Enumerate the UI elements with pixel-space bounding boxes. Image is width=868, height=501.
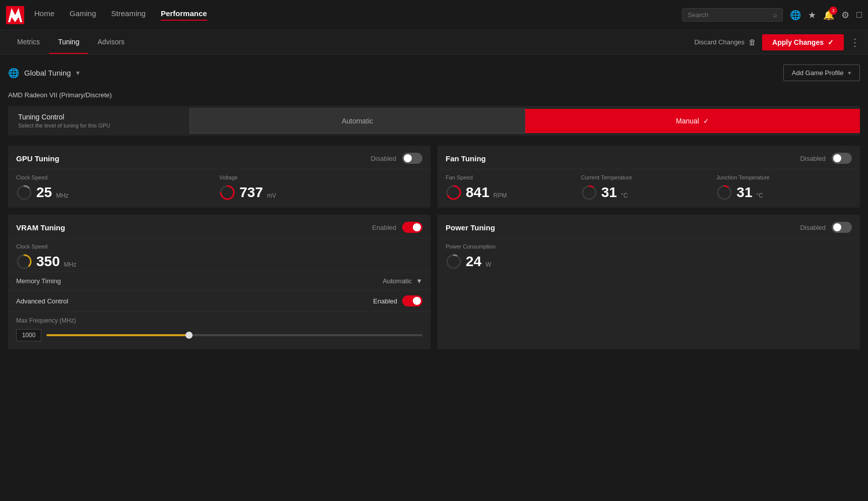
discard-label: Discard Changes: [694, 38, 745, 46]
tuning-control-row: Tuning Control Select the level of tunin…: [8, 106, 860, 136]
voltage-stat: Voltage 737 mV: [219, 174, 422, 201]
advanced-enabled-label: Enabled: [373, 297, 397, 305]
fan-tuning-title: Fan Tuning: [446, 154, 486, 163]
favorites-icon[interactable]: ★: [808, 10, 816, 21]
junction-temp-value-row: 31 °C: [716, 184, 852, 201]
current-temp-value: 31: [601, 185, 617, 200]
power-tuning-title: Power Tuning: [446, 223, 495, 232]
clock-speed-label: Clock Speed: [16, 174, 219, 180]
gpu-tuning-toggle[interactable]: [402, 153, 422, 164]
slider-container: 1000: [16, 329, 422, 341]
advanced-control-row: Advanced Control Enabled: [8, 290, 430, 311]
vram-tuning-toggle[interactable]: [402, 222, 422, 233]
vram-clock-speed-value-row: 350 MHz: [16, 254, 422, 270]
gpu-disabled-label: Disabled: [370, 155, 396, 162]
tuning-control-subtitle: Select the level of tuning for this GPU: [18, 122, 179, 129]
globe-tuning-icon: 🌐: [8, 68, 19, 79]
current-temp-value-row: 31 °C: [581, 184, 717, 201]
svg-marker-0: [8, 8, 22, 22]
global-tuning-select[interactable]: Global Tuning ▼: [24, 69, 81, 77]
discard-changes-button[interactable]: Discard Changes 🗑: [694, 38, 756, 46]
nav-performance[interactable]: Performance: [161, 9, 207, 21]
tuning-manual-button[interactable]: Manual ✓: [525, 109, 860, 133]
vram-clock-speed-label: Clock Speed: [16, 243, 422, 249]
trash-icon: 🗑: [749, 38, 756, 46]
voltage-unit: mV: [267, 192, 276, 199]
tuning-control-title: Tuning Control: [18, 113, 179, 121]
svg-point-13: [447, 255, 460, 268]
manual-label: Manual: [676, 117, 699, 125]
main-content: 🌐 Global Tuning ▼ Add Game Profile + AMD…: [0, 54, 868, 359]
power-disabled-label: Disabled: [800, 224, 826, 231]
slider-value-box: 1000: [16, 329, 41, 341]
power-tuning-card: Power Tuning Disabled Power Consumption …: [438, 215, 860, 349]
nav-gaming[interactable]: Gaming: [70, 9, 96, 21]
advanced-control-toggle[interactable]: [402, 295, 422, 306]
fan-tuning-toggle[interactable]: [832, 153, 852, 164]
apply-label: Apply Changes: [772, 38, 824, 46]
tab-metrics[interactable]: Metrics: [8, 31, 49, 54]
settings-icon[interactable]: ⚙: [841, 10, 849, 21]
account-icon[interactable]: □: [856, 10, 862, 20]
globe-nav-icon[interactable]: 🌐: [790, 10, 801, 21]
gpu-tuning-header: GPU Tuning Disabled: [8, 146, 430, 169]
apply-changes-button[interactable]: Apply Changes ✓: [762, 34, 844, 50]
memory-timing-select[interactable]: Automatic ▼: [383, 277, 422, 285]
power-stats: Power Consumption 24 W: [438, 238, 860, 277]
nav-links: Home Gaming Streaming Performance: [34, 9, 682, 21]
fan-speed-value: 841: [466, 185, 489, 200]
slider-track[interactable]: [46, 334, 422, 336]
secondary-tabs: Metrics Tuning Advisors: [8, 31, 134, 54]
check-icon: ✓: [828, 38, 834, 46]
power-tuning-header-right: Disabled: [800, 222, 852, 233]
clock-speed-gauge: [16, 184, 32, 201]
fan-stats-row: Fan Speed 841 RPM Current Temperature: [438, 169, 860, 208]
global-tuning-left: 🌐 Global Tuning ▼: [8, 68, 81, 79]
vram-clock-speed-value: 350: [36, 255, 60, 269]
fan-speed-gauge: [446, 184, 462, 201]
memory-timing-row: Memory Timing Automatic ▼: [8, 272, 430, 290]
current-temp-label: Current Temperature: [581, 174, 717, 180]
global-tuning-bar: 🌐 Global Tuning ▼ Add Game Profile +: [8, 65, 860, 81]
notification-badge: 3: [829, 7, 837, 15]
svg-point-7: [583, 186, 596, 199]
gpu-stats-row: Clock Speed 25 MHz Voltage: [8, 169, 430, 208]
nav-streaming[interactable]: Streaming: [111, 9, 146, 21]
more-options-button[interactable]: ⋮: [850, 36, 860, 48]
power-tuning-header: Power Tuning Disabled: [438, 215, 860, 238]
power-consumption-value: 24: [466, 255, 481, 269]
fan-tuning-header: Fan Tuning Disabled: [438, 146, 860, 169]
search-input[interactable]: [688, 11, 773, 19]
current-temp-gauge: [581, 184, 597, 201]
tuning-auto-button[interactable]: Automatic: [190, 108, 525, 134]
fan-speed-label: Fan Speed: [446, 174, 581, 180]
fan-speed-unit: RPM: [493, 192, 507, 199]
slider-thumb[interactable]: [185, 332, 193, 339]
clock-speed-value: 25: [36, 185, 52, 200]
manual-check-icon: ✓: [703, 117, 709, 125]
current-temp-stat: Current Temperature 31 °C: [581, 174, 717, 201]
power-tuning-toggle[interactable]: [832, 222, 852, 233]
memory-timing-chevron: ▼: [416, 277, 422, 285]
max-freq-label: Max Frequency (MHz): [16, 317, 422, 324]
memory-timing-label: Memory Timing: [16, 277, 61, 285]
voltage-label: Voltage: [219, 174, 422, 180]
add-profile-label: Add Game Profile: [792, 69, 844, 77]
gpu-tuning-title: GPU Tuning: [16, 154, 59, 163]
secondary-nav: Metrics Tuning Advisors Discard Changes …: [0, 30, 868, 54]
fan-disabled-label: Disabled: [800, 155, 826, 162]
nav-home[interactable]: Home: [34, 9, 54, 21]
tab-advisors[interactable]: Advisors: [88, 31, 134, 54]
clock-speed-stat: Clock Speed 25 MHz: [16, 174, 219, 201]
clock-speed-unit: MHz: [56, 192, 69, 199]
search-box[interactable]: ⌕: [682, 8, 783, 22]
secondary-actions: Discard Changes 🗑 Apply Changes ✓ ⋮: [694, 34, 860, 50]
vram-clock-speed-unit: MHz: [64, 261, 77, 268]
notifications-icon[interactable]: 🔔 3: [823, 10, 834, 21]
vram-tuning-header-right: Enabled: [372, 222, 422, 233]
search-icon: ⌕: [773, 11, 777, 19]
tuning-cards: GPU Tuning Disabled Clock Speed 25 MH: [8, 146, 860, 349]
junction-temp-label: Junction Temperature: [716, 174, 852, 180]
add-game-profile-button[interactable]: Add Game Profile +: [783, 65, 860, 81]
tab-tuning[interactable]: Tuning: [49, 31, 88, 54]
